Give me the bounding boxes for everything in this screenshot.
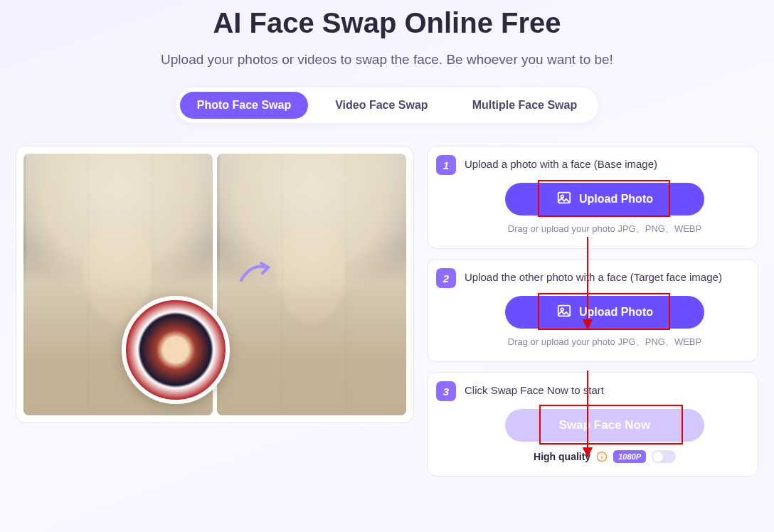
svg-point-1 — [561, 195, 563, 198]
tab-video-face-swap[interactable]: Video Face Swap — [318, 92, 445, 119]
step-1-helper: Drag or upload your photo JPG、PNG、WEBP — [465, 223, 745, 235]
page-subtitle: Upload your photos or videos to swap the… — [161, 52, 613, 68]
info-icon[interactable] — [596, 451, 608, 462]
step-3-number: 3 — [436, 381, 456, 401]
page-title: AI Face Swap Online Free — [213, 7, 561, 39]
flow-arrow-icon — [580, 371, 595, 460]
svg-marker-7 — [583, 447, 593, 457]
swap-arrow-icon — [238, 259, 272, 289]
steps-column: 1 Upload a photo with a face (Base image… — [427, 146, 758, 477]
step-2-label: Upload the other photo with a face (Targ… — [465, 270, 745, 284]
svg-marker-3 — [583, 319, 593, 329]
step-3-label: Click Swap Face Now to start — [465, 383, 745, 398]
mode-tabs: Photo Face Swap Video Face Swap Multiple… — [176, 87, 598, 123]
step-2-number: 2 — [436, 268, 456, 288]
svg-point-10 — [601, 454, 603, 455]
step-1-number: 1 — [436, 155, 456, 175]
quality-row: High quality 1080P — [465, 450, 745, 463]
tab-photo-face-swap[interactable]: Photo Face Swap — [180, 92, 308, 119]
swap-face-now-label: Swap Face Now — [559, 418, 650, 432]
step-1-card: 1 Upload a photo with a face (Base image… — [427, 146, 758, 249]
step-2-helper: Drag or upload your photo JPG、PNG、WEBP — [465, 336, 745, 349]
upload-base-photo-label: Upload Photo — [579, 193, 653, 206]
image-icon — [556, 303, 572, 321]
step-1-label: Upload a photo with a face (Base image) — [465, 156, 745, 171]
upload-target-photo-button[interactable]: Upload Photo — [505, 296, 704, 329]
source-face-bubble — [122, 296, 230, 404]
svg-point-5 — [561, 308, 563, 311]
flow-arrow-icon — [580, 237, 595, 332]
tab-multiple-face-swap[interactable]: Multiple Face Swap — [455, 92, 595, 119]
resolution-badge: 1080P — [613, 450, 646, 463]
upload-base-photo-button[interactable]: Upload Photo — [505, 183, 704, 216]
high-quality-toggle[interactable] — [652, 450, 676, 463]
preview-card — [16, 146, 414, 423]
swap-face-now-button[interactable]: Swap Face Now — [505, 409, 704, 442]
image-icon — [556, 190, 572, 208]
